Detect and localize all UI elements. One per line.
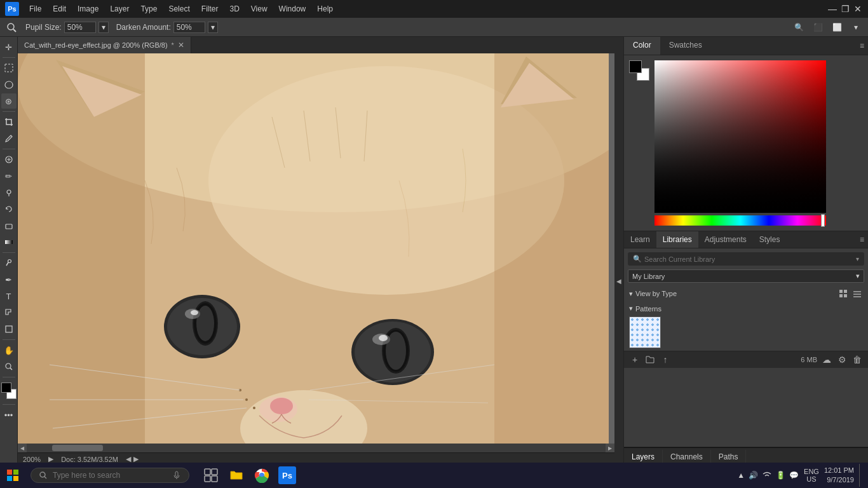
document-tab[interactable]: Cat_with_red-eye_effect.jpg @ 200% (RGB/…	[18, 37, 191, 53]
maximize-button[interactable]: ❐	[840, 4, 850, 14]
menu-window[interactable]: Window	[274, 3, 311, 15]
tab-learn[interactable]: Learn	[624, 231, 656, 248]
start-button[interactable]	[0, 463, 25, 488]
patterns-collapse-icon[interactable]: ▾	[629, 304, 633, 313]
zoom-tool[interactable]	[1, 359, 17, 374]
library-name-dropdown[interactable]: My Library ▾	[628, 269, 864, 283]
delete-button[interactable]: 🗑	[851, 354, 863, 365]
panel-collapse-handle[interactable]: ◀	[614, 37, 623, 488]
pupil-size-input[interactable]	[64, 22, 96, 33]
menu-help[interactable]: Help	[312, 3, 338, 15]
grid-view-icon[interactable]	[837, 288, 849, 299]
tab-color[interactable]: Color	[624, 37, 660, 55]
clone-tool[interactable]	[1, 185, 17, 200]
wifi-icon[interactable]	[762, 471, 772, 480]
horizontal-scroll-thumb[interactable]	[52, 445, 103, 451]
expand-icon[interactable]: ▾	[849, 20, 863, 34]
libraries-panel-options-icon[interactable]: ≡	[860, 235, 868, 244]
darken-amount-input[interactable]	[173, 22, 205, 33]
scroll-right-arrow[interactable]: ▶	[606, 444, 614, 452]
system-clock[interactable]: 12:01 PM 9/7/2019	[824, 466, 854, 485]
menu-3d[interactable]: 3D	[224, 3, 244, 15]
upload-button[interactable]: ↑	[660, 354, 671, 365]
eraser-tool[interactable]	[1, 218, 17, 233]
create-folder-button[interactable]	[644, 354, 656, 365]
scroll-left-arrow[interactable]: ◀	[18, 444, 27, 452]
screen-mode-icon[interactable]: ⬛	[811, 20, 825, 34]
darken-amount-dropdown[interactable]: ▾	[208, 22, 218, 33]
view-by-type-label[interactable]: ▾ View by Type	[629, 290, 677, 298]
pen-tool[interactable]: ✒	[1, 272, 17, 287]
more-tools-button[interactable]: •••	[1, 407, 17, 423]
shape-tool[interactable]	[1, 322, 17, 337]
tab-styles[interactable]: Styles	[753, 231, 787, 248]
marquee-tool[interactable]	[1, 60, 17, 76]
search-dropdown-icon[interactable]: ▾	[856, 255, 859, 262]
library-search-input[interactable]	[644, 255, 853, 263]
foreground-swatch[interactable]	[629, 60, 642, 73]
speaker-icon[interactable]: 🔊	[749, 471, 758, 480]
add-to-library-button[interactable]: +	[629, 354, 641, 365]
tab-libraries[interactable]: Libraries	[656, 231, 698, 248]
close-button[interactable]: ✕	[853, 4, 863, 14]
eyedropper-tool[interactable]	[1, 131, 17, 146]
tab-channels[interactable]: Channels	[663, 450, 711, 464]
tab-adjustments[interactable]: Adjustments	[698, 231, 753, 248]
library-settings-icon[interactable]: ⚙	[836, 354, 848, 365]
brush-tool[interactable]: ✏	[1, 168, 17, 184]
path-select-tool[interactable]	[1, 305, 17, 320]
type-tool[interactable]: T	[1, 288, 17, 304]
photoshop-button[interactable]: Ps	[276, 464, 299, 487]
pupil-size-dropdown[interactable]: ▾	[98, 22, 109, 33]
file-explorer-button[interactable]	[225, 464, 248, 487]
menu-file[interactable]: File	[24, 3, 46, 15]
tab-layers[interactable]: Layers	[624, 450, 663, 464]
color-picker[interactable]	[654, 60, 863, 226]
menu-select[interactable]: Select	[163, 3, 194, 15]
taskbar-search-bar[interactable]	[31, 468, 189, 483]
taskbar-search-input[interactable]	[53, 471, 167, 480]
tab-swatches[interactable]: Swatches	[660, 37, 711, 55]
canvas-wrapper[interactable]: ▲ ▼ ◀ ▶	[18, 53, 623, 452]
pattern-item[interactable]	[629, 316, 661, 348]
document-close-button[interactable]: ✕	[178, 41, 184, 50]
show-desktop-button[interactable]	[859, 464, 863, 487]
menu-filter[interactable]: Filter	[196, 3, 224, 15]
taskbar-mic-icon[interactable]	[172, 471, 181, 480]
foreground-background-swatches[interactable]	[629, 60, 649, 81]
healing-tool[interactable]	[1, 152, 17, 167]
color-gradient-field[interactable]	[654, 60, 826, 213]
crop-tool[interactable]	[1, 114, 17, 130]
cat-canvas[interactable]	[18, 53, 609, 452]
hand-tool[interactable]: ✋	[1, 342, 17, 358]
menu-view[interactable]: View	[246, 3, 273, 15]
minimize-button[interactable]: —	[827, 4, 837, 14]
history-brush-tool[interactable]	[1, 201, 17, 217]
battery-icon[interactable]: 🔋	[776, 471, 785, 480]
quick-select-tool[interactable]: ⊛	[1, 93, 17, 109]
dodge-tool[interactable]	[1, 255, 17, 271]
menu-layer[interactable]: Layer	[105, 3, 134, 15]
tab-paths[interactable]: Paths	[711, 450, 747, 464]
hue-thumb[interactable]	[821, 214, 825, 227]
color-panel-menu-icon[interactable]: ≡	[860, 41, 864, 50]
foreground-color-swatch[interactable]	[1, 383, 11, 393]
menu-edit[interactable]: Edit	[48, 3, 71, 15]
svg-point-53	[270, 398, 293, 414]
gradient-tool[interactable]	[1, 234, 17, 250]
move-tool[interactable]: ✛	[1, 39, 17, 55]
horizontal-scrollbar[interactable]: ◀ ▶	[18, 444, 614, 452]
menu-type[interactable]: Type	[135, 3, 162, 15]
lasso-tool[interactable]	[1, 77, 17, 92]
color-swatches[interactable]	[1, 383, 17, 399]
hue-slider[interactable]	[654, 215, 826, 226]
search-icon[interactable]: 🔍	[792, 20, 806, 34]
arrange-icon[interactable]: ⬜	[830, 20, 844, 34]
chrome-button[interactable]	[250, 464, 273, 487]
cloud-sync-icon[interactable]: ☁	[821, 354, 832, 365]
notification-icon[interactable]: 💬	[789, 471, 799, 480]
network-icon[interactable]: ▲	[737, 471, 745, 480]
list-view-icon[interactable]	[851, 288, 863, 299]
menu-image[interactable]: Image	[72, 3, 104, 15]
task-view-button[interactable]	[200, 464, 222, 487]
